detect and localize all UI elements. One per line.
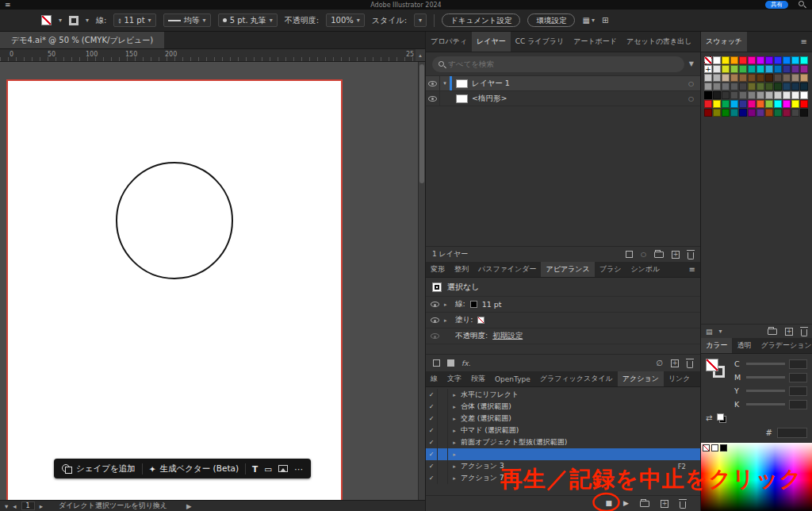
variable-width-dropdown[interactable]: 均等 ▾ bbox=[163, 13, 211, 27]
vertical-scrollbar[interactable] bbox=[418, 62, 425, 500]
swatch[interactable] bbox=[765, 100, 773, 108]
swatch[interactable] bbox=[774, 56, 782, 64]
swatch[interactable] bbox=[791, 109, 799, 117]
chevron-down-icon[interactable]: ▾ bbox=[270, 17, 273, 24]
new-color-group-icon[interactable] bbox=[768, 328, 777, 335]
chevron-right-icon[interactable]: ▸ bbox=[448, 428, 461, 434]
black-slider[interactable] bbox=[746, 403, 785, 405]
tab-graphic-styles[interactable]: グラフィックスタイル bbox=[535, 371, 618, 386]
tab-transform[interactable]: 変形 bbox=[426, 262, 450, 277]
tab-character[interactable]: 文字 bbox=[442, 371, 466, 386]
swatch[interactable] bbox=[791, 65, 799, 73]
new-fill-icon[interactable] bbox=[447, 359, 454, 367]
swatch[interactable] bbox=[774, 91, 782, 99]
swatch[interactable] bbox=[730, 65, 738, 73]
swatch[interactable] bbox=[783, 56, 791, 64]
swatch[interactable] bbox=[783, 65, 791, 73]
action-row[interactable]: ✓ ▸ 水平にリフレクト bbox=[426, 389, 700, 401]
delete-swatch-icon[interactable] bbox=[801, 329, 807, 336]
swatch[interactable] bbox=[704, 65, 712, 73]
zoom-dropdown-icon[interactable]: ▾ bbox=[5, 502, 8, 510]
swatch[interactable] bbox=[791, 83, 799, 90]
new-action-button[interactable] bbox=[661, 500, 668, 508]
ellipse-shape[interactable] bbox=[117, 163, 232, 279]
action-dialog-toggle[interactable] bbox=[438, 436, 448, 448]
chevron-down-icon[interactable]: ▾ bbox=[148, 17, 151, 24]
cyan-value-field[interactable] bbox=[789, 359, 807, 369]
swatch[interactable] bbox=[730, 56, 738, 64]
tab-opentype[interactable]: OpenType bbox=[490, 371, 535, 386]
white-swatch[interactable] bbox=[711, 444, 718, 451]
chevron-right-icon[interactable]: ▸ bbox=[448, 392, 461, 398]
swatch[interactable] bbox=[774, 74, 782, 82]
swatch[interactable] bbox=[791, 56, 799, 64]
play-action-button[interactable]: ▶ bbox=[623, 500, 629, 507]
panel-menu-icon[interactable]: ≡ bbox=[796, 32, 812, 52]
swatch[interactable] bbox=[704, 91, 712, 99]
chevron-right-icon[interactable]: ▸ bbox=[448, 416, 461, 422]
swatch[interactable] bbox=[800, 65, 808, 73]
clear-appearance-icon[interactable]: ∅ bbox=[656, 359, 663, 367]
share-button[interactable]: 共有 bbox=[765, 1, 788, 9]
chevron-right-icon[interactable]: ▸ bbox=[444, 302, 450, 308]
tab-swatches[interactable]: スウォッチ bbox=[701, 32, 747, 52]
swatch[interactable] bbox=[713, 91, 721, 99]
delete-layer-icon[interactable] bbox=[688, 252, 694, 259]
layer-name[interactable]: レイヤー 1 bbox=[472, 79, 510, 89]
swatch[interactable] bbox=[800, 91, 808, 99]
swatch[interactable] bbox=[739, 56, 747, 64]
action-checkbox[interactable]: ✓ bbox=[426, 425, 438, 436]
swatch[interactable] bbox=[800, 74, 808, 82]
cyan-slider[interactable] bbox=[746, 363, 785, 365]
artboard-tool-button[interactable]: ▭ bbox=[264, 464, 272, 474]
swatch[interactable] bbox=[791, 74, 799, 82]
new-action-set-button[interactable] bbox=[640, 501, 649, 507]
appearance-stroke-row[interactable]: ▸ 線: 11 pt bbox=[426, 297, 700, 313]
tab-actions[interactable]: アクション bbox=[618, 371, 664, 386]
swatch[interactable] bbox=[783, 100, 791, 108]
document-setup-button[interactable]: ドキュメント設定 bbox=[442, 13, 520, 27]
swatch[interactable] bbox=[739, 74, 747, 82]
swatch[interactable] bbox=[756, 100, 764, 108]
swatch[interactable] bbox=[730, 100, 738, 108]
action-dialog-toggle[interactable] bbox=[438, 472, 448, 484]
swatch[interactable] bbox=[713, 83, 721, 90]
swatch[interactable] bbox=[730, 109, 738, 117]
style-dropdown[interactable]: ▾ bbox=[414, 13, 427, 27]
fill-stroke-proxy[interactable] bbox=[706, 359, 730, 382]
action-checkbox[interactable]: ✓ bbox=[426, 436, 438, 448]
brush-dropdown[interactable]: 5 pt. 丸筆 ▾ bbox=[218, 13, 278, 27]
yellow-value-field[interactable] bbox=[789, 386, 807, 396]
swatch[interactable] bbox=[704, 83, 712, 90]
black-value-field[interactable] bbox=[789, 400, 807, 409]
arrange-documents-icon[interactable]: ⊞ bbox=[602, 16, 608, 25]
swatch[interactable] bbox=[774, 65, 782, 73]
duplicate-item-icon[interactable] bbox=[671, 359, 679, 367]
action-checkbox[interactable]: ✓ bbox=[426, 401, 438, 413]
swatch[interactable] bbox=[713, 56, 721, 64]
swatch[interactable] bbox=[748, 100, 756, 108]
document-tab[interactable]: デモ4.ai* @ 50 % (CMYK/プレビュー) bbox=[0, 32, 164, 48]
action-dialog-toggle[interactable] bbox=[438, 448, 448, 460]
target-icon[interactable]: ○ bbox=[688, 95, 694, 102]
swatch[interactable] bbox=[730, 74, 738, 82]
stroke-value[interactable]: 11 pt bbox=[482, 300, 502, 309]
black-swatch[interactable] bbox=[720, 444, 727, 451]
swatch[interactable] bbox=[713, 65, 721, 73]
swatch[interactable] bbox=[783, 74, 791, 82]
effects-icon[interactable]: fx. bbox=[462, 359, 470, 367]
swatch[interactable] bbox=[800, 83, 808, 90]
swatch[interactable] bbox=[739, 65, 747, 73]
layer-row[interactable]: <楕円形> ○ bbox=[426, 91, 700, 106]
action-dialog-toggle[interactable] bbox=[438, 389, 448, 401]
swatch[interactable] bbox=[756, 74, 764, 82]
swatch[interactable] bbox=[783, 91, 791, 99]
stroke-color-swatch[interactable] bbox=[470, 301, 477, 308]
chevron-right-icon[interactable]: ▸ bbox=[448, 463, 461, 470]
action-dialog-toggle[interactable] bbox=[438, 413, 448, 425]
add-shape-button[interactable]: シェイプを追加 bbox=[62, 463, 136, 474]
swatch[interactable] bbox=[722, 109, 730, 117]
swatch[interactable] bbox=[748, 56, 756, 64]
eye-icon[interactable] bbox=[431, 333, 439, 339]
yellow-slider[interactable] bbox=[746, 390, 785, 392]
